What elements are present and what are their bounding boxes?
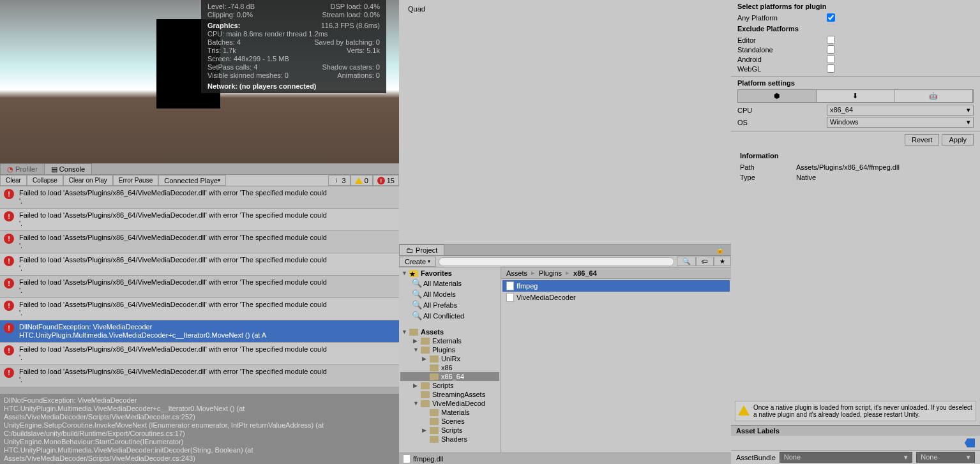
stats-overlay: Level: -74.8 dBDSP load: 0.4% Clipping: … (201, 0, 386, 93)
tree-item[interactable]: Shaders (400, 435, 499, 444)
error-pause-button[interactable]: Error Pause (113, 175, 158, 186)
cpu-label: CPU (737, 107, 827, 114)
console-list[interactable]: !Failed to load 'Assets/Plugins/x86_64/V… (0, 186, 399, 394)
console-row[interactable]: !Failed to load 'Assets/Plugins/x86_64/V… (0, 209, 399, 231)
search-filter-1[interactable]: 🔍 (677, 257, 696, 266)
file-item[interactable]: ViveMediaDecoder (502, 292, 730, 303)
tag-icon[interactable] (965, 438, 975, 447)
error-icon: ! (4, 323, 14, 333)
exclude-title: Exclude Platforms (737, 25, 974, 33)
os-select[interactable]: Windows▾ (827, 117, 974, 128)
exclude-checkbox[interactable] (827, 64, 835, 73)
console-row[interactable]: !Failed to load 'Assets/Plugins/x86_64/V… (0, 186, 399, 209)
hierarchy-panel: Quad (399, 0, 731, 244)
error-icon: ! (4, 368, 14, 378)
lock-icon[interactable]: 🔒 (709, 246, 731, 254)
exclude-checkbox[interactable] (827, 55, 835, 63)
tree-item[interactable]: ▶Scripts (400, 426, 499, 435)
breadcrumb-segment[interactable]: Assets (506, 269, 527, 277)
console-row[interactable]: !Failed to load 'Assets/Plugins/x86_64/V… (0, 298, 399, 320)
error-count-badge[interactable]: !15 (373, 175, 399, 186)
create-button[interactable]: Create▾ (399, 257, 436, 267)
warning-box: Once a native plugin is loaded from scri… (735, 401, 976, 421)
tree-item[interactable]: Scenes (400, 417, 499, 426)
warn-count-badge[interactable]: 0 (351, 175, 373, 186)
platform-tab-unity[interactable]: ⬢ (738, 90, 817, 102)
console-row[interactable]: !Failed to load 'Assets/Plugins/x86_64/V… (0, 253, 399, 276)
asset-labels-header[interactable]: Asset Labels (731, 425, 980, 436)
file-icon (403, 454, 411, 463)
favorite-item[interactable]: 🔍All Prefabs (400, 299, 499, 310)
breadcrumb-segment[interactable]: Plugins (539, 269, 562, 277)
tab-console[interactable]: ▤Console (44, 163, 92, 174)
error-icon: ! (4, 256, 14, 266)
collapse-button[interactable]: Collapse (27, 175, 63, 186)
console-detail: DllNotFoundException: ViveMediaDecoderHT… (0, 394, 399, 464)
type-value: Native (796, 174, 816, 181)
revert-button[interactable]: Revert (905, 134, 939, 146)
inspector-panel: Select platforms for plugin Any Platform… (731, 0, 980, 464)
favorite-item[interactable]: 🔍All Materials (400, 278, 499, 288)
error-icon: ! (4, 211, 14, 221)
info-count-badge[interactable]: i3 (328, 175, 351, 186)
console-row[interactable]: !Failed to load 'Assets/Plugins/x86_64/V… (0, 276, 399, 298)
tree-item[interactable]: ▼ViveMediaDecod (400, 399, 499, 408)
exclude-label: Standalone (737, 46, 827, 54)
path-label: Path (740, 163, 796, 171)
game-view: Level: -74.8 dBDSP load: 0.4% Clipping: … (0, 0, 399, 163)
project-tab-bar: 🗀Project 🔒 (399, 244, 731, 256)
error-icon: ! (4, 301, 14, 311)
project-tree[interactable]: ▼★Favorites🔍All Materials🔍All Models🔍All… (399, 267, 501, 453)
platform-tab-download[interactable]: ⬇ (817, 90, 895, 102)
search-filter-2[interactable]: 🏷 (696, 257, 714, 266)
path-value: Assets/Plugins/x86_64/ffmpeg.dll (796, 163, 900, 171)
tree-item[interactable]: Materials (400, 408, 499, 417)
platform-tab-android[interactable]: 🤖 (894, 90, 973, 102)
error-icon: ! (4, 189, 14, 199)
tree-item[interactable]: ▶Externals (400, 336, 499, 345)
error-icon: ! (4, 278, 14, 288)
console-row[interactable]: !Failed to load 'Assets/Plugins/x86_64/V… (0, 231, 399, 253)
tree-item[interactable]: ▶Scripts (400, 381, 499, 390)
assets-header[interactable]: ▼Assets (400, 327, 499, 336)
file-item[interactable]: ffmpeg (502, 280, 730, 292)
information-title: Information (740, 152, 971, 160)
breadcrumb-segment[interactable]: x86_64 (573, 269, 597, 277)
tree-item[interactable]: ▼Plugins (400, 345, 499, 354)
exclude-checkbox[interactable] (827, 36, 835, 44)
tab-profiler[interactable]: ◔Profiler (0, 163, 45, 174)
project-toolbar: Create▾ 🔍 🏷 ★ (399, 256, 731, 267)
platform-settings-title: Platform settings (737, 79, 974, 87)
asset-bundle-select[interactable]: None▾ (780, 452, 912, 463)
tree-item[interactable]: x86_64 (400, 372, 499, 381)
tree-item[interactable]: StreamingAssets (400, 390, 499, 399)
platform-tabs: ⬢ ⬇ 🤖 (737, 89, 974, 103)
warning-text: Once a native plugin is loaded from scri… (753, 404, 973, 418)
console-row[interactable]: !Failed to load 'Assets/Plugins/x86_64/V… (0, 343, 399, 365)
bottom-tabs: ◔Profiler ▤Console (0, 163, 399, 175)
hierarchy-item-quad[interactable]: Quad (408, 4, 722, 14)
cpu-select[interactable]: x86_64▾ (827, 105, 974, 116)
section-title: Select platforms for plugin (737, 3, 974, 10)
error-icon: ! (4, 234, 14, 244)
exclude-label: Android (737, 56, 827, 63)
clear-button[interactable]: Clear (0, 175, 27, 186)
asset-bundle-variant-select[interactable]: None▾ (916, 452, 975, 463)
console-row[interactable]: !Failed to load 'Assets/Plugins/x86_64/V… (0, 365, 399, 387)
clear-on-play-button[interactable]: Clear on Play (63, 175, 113, 186)
warning-icon (738, 405, 750, 415)
console-row-selected[interactable]: !DllNotFoundException: ViveMediaDecoderH… (0, 320, 399, 343)
favorite-item[interactable]: 🔍All Conflicted (400, 310, 499, 321)
tree-item[interactable]: ▶UniRx (400, 354, 499, 363)
favorite-item[interactable]: 🔍All Models (400, 288, 499, 299)
favorites-header[interactable]: ▼★Favorites (400, 269, 499, 278)
apply-button[interactable]: Apply (942, 134, 974, 146)
connected-player-button[interactable]: Connected Playe▾ (158, 175, 226, 186)
exclude-checkbox[interactable] (827, 45, 835, 54)
any-platform-checkbox[interactable] (827, 13, 835, 22)
project-search-input[interactable] (439, 257, 674, 266)
tree-item[interactable]: x86 (400, 363, 499, 372)
search-filter-3[interactable]: ★ (714, 257, 731, 266)
breadcrumb[interactable]: Assets▸Plugins▸x86_64 (501, 267, 731, 279)
tab-project[interactable]: 🗀Project (399, 244, 444, 256)
